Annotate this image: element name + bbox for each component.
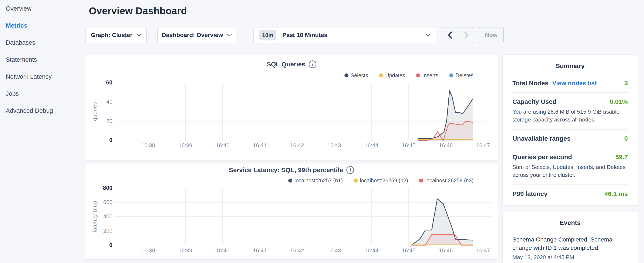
now-button[interactable]: Now [479, 27, 504, 43]
y-axis-tick: 0 [91, 137, 112, 144]
info-icon[interactable]: i [309, 60, 316, 68]
summary-row-p99-latency: P99 latency 46.1 ms [512, 185, 628, 203]
sidebar-item-databases[interactable]: Databases [0, 34, 85, 51]
y-axis-tick: 200 [91, 227, 112, 234]
chart-plot-area[interactable] [115, 188, 491, 246]
chevron-down-icon [227, 34, 232, 37]
legend-item-updates[interactable]: Updates [379, 72, 405, 79]
summary-row-value: 46.1 ms [604, 190, 628, 197]
chart-legend: localhost:26257 (n1)localhost:26259 (n2)… [288, 177, 474, 184]
legend-label: Deletes [456, 72, 474, 79]
legend-label: Selects [350, 72, 368, 79]
x-axis-tick: 16:46 [433, 247, 458, 254]
time-range-badge: 10m [260, 30, 276, 41]
legend-item-localhost-26258-n3[interactable]: localhost:26258 (n3) [419, 177, 474, 184]
x-axis-tick: 16:42 [284, 142, 310, 149]
y-axis-tick: 20 [91, 118, 112, 124]
sidebar-item-jobs[interactable]: Jobs [0, 85, 85, 102]
chart-legend: SelectsUpdatesInsertsDeletes [344, 72, 474, 79]
sidebar-item-statements[interactable]: Statements [0, 51, 85, 68]
chart-title-text: Service Latency: SQL, 99th percentile [229, 166, 343, 174]
legend-item-selects[interactable]: Selects [344, 72, 368, 79]
chart-title: SQL Queries i [85, 60, 498, 68]
summary-row-value: 0 [624, 135, 628, 142]
summary-row-value: 3 [624, 80, 628, 87]
x-axis-tick: 16:44 [359, 142, 384, 149]
summary-row-capacity: Capacity Used 0.01% You are using 28.6 M… [512, 93, 628, 129]
sidebar-item-advanced-debug[interactable]: Advanced Debug [0, 102, 85, 119]
legend-dot [419, 178, 423, 183]
summary-row-label: P99 latency [512, 190, 548, 197]
sidebar-item-metrics[interactable]: Metrics [0, 17, 85, 34]
event-timestamp: May 13, 2020 at 4:45 PM [512, 254, 628, 261]
x-axis-tick: 16:45 [396, 142, 422, 149]
x-axis-tick: 16:46 [433, 142, 458, 149]
legend-label: Updates [385, 72, 405, 79]
summary-row-desc: You are using 28.6 MiB of 515.9 GiB usab… [512, 108, 628, 124]
summary-row-qps: Queries per second 59.7 Sum of Selects, … [512, 148, 628, 184]
x-axis-tick: 16:38 [136, 142, 161, 149]
events-panel: Events Schema Change Completed: Schema c… [502, 211, 638, 263]
time-forward-button[interactable] [458, 28, 474, 43]
legend-item-deletes[interactable]: Deletes [449, 72, 474, 79]
legend-label: localhost:26257 (n1) [294, 177, 343, 184]
graph-dropdown[interactable]: Graph: Cluster [86, 27, 147, 43]
x-axis-tick: 16:41 [247, 247, 272, 254]
chart-title-text: SQL Queries [266, 61, 305, 68]
sidebar-item-network-latency[interactable]: Network Latency [0, 68, 85, 85]
summary-row-label: Unavailable ranges [512, 135, 570, 142]
chevron-left-icon [448, 31, 452, 39]
y-axis-tick: 40 [91, 99, 112, 105]
event-item[interactable]: Schema Change Completed: Schema change w… [512, 235, 628, 261]
legend-item-localhost-26259-n2[interactable]: localhost:26259 (n2) [354, 177, 408, 184]
x-axis-tick: 16:39 [173, 247, 198, 254]
view-nodes-link[interactable]: View nodes list [552, 80, 596, 87]
dashboard-dropdown[interactable]: Dashboard: Overview [157, 27, 236, 43]
dashboard-dropdown-label: Dashboard: Overview [162, 32, 223, 39]
summary-row-total-nodes: Total Nodes View nodes list 3 [512, 74, 628, 92]
y-axis-tick: 800 [91, 185, 112, 191]
time-range-label: Past 10 Minutes [282, 32, 425, 39]
time-range-dropdown[interactable]: 10m Past 10 Minutes [254, 27, 436, 43]
info-icon[interactable]: i [346, 166, 354, 174]
page-title: Overview Dashboard [89, 5, 187, 17]
legend-dot [344, 73, 348, 78]
legend-item-localhost-26257-n1[interactable]: localhost:26257 (n1) [288, 177, 343, 184]
x-axis-tick: 16:43 [322, 142, 347, 149]
summary-panel: Summary Total Nodes View nodes list 3 Ca… [502, 55, 638, 205]
chart-title: Service Latency: SQL, 99th percentile i [85, 166, 498, 174]
chevron-down-icon [425, 34, 430, 37]
legend-dot [379, 73, 383, 78]
legend-dot [449, 73, 453, 78]
y-axis-tick: 600 [91, 199, 112, 205]
summary-row-label: Queries per second [512, 153, 572, 161]
legend-dot [288, 178, 292, 183]
x-axis-tick: 16:40 [210, 247, 235, 254]
time-step-buttons [442, 27, 474, 43]
summary-row-desc: Sum of Selects, Updates, Inserts, and De… [512, 163, 628, 179]
event-text: Schema Change Completed: Schema change w… [512, 235, 628, 252]
x-axis-tick: 16:47 [470, 247, 496, 254]
summary-row-unavailable-ranges: Unavailable ranges 0 [512, 130, 628, 148]
x-axis-tick: 16:44 [359, 247, 384, 254]
sidebar: Overview Metrics Databases Statements Ne… [0, 0, 85, 263]
sidebar-item-overview[interactable]: Overview [0, 0, 85, 17]
x-axis-tick: 16:43 [322, 247, 347, 254]
legend-label: localhost:26258 (n3) [425, 177, 474, 184]
toolbar-divider [247, 27, 247, 43]
x-axis-tick: 16:41 [247, 142, 272, 149]
x-axis-tick: 16:45 [396, 247, 422, 254]
summary-row-value: 59.7 [616, 153, 628, 161]
graph-dropdown-label: Graph: Cluster [91, 32, 132, 39]
legend-item-inserts[interactable]: Inserts [416, 72, 438, 79]
x-axis-tick: 16:38 [136, 247, 161, 254]
service-latency-chart-card: Service Latency: SQL, 99th percentile i … [85, 164, 498, 259]
legend-dot [354, 178, 358, 183]
legend-dot [416, 73, 420, 78]
x-axis-tick: 16:40 [210, 142, 235, 149]
summary-row-label: Capacity Used [512, 98, 556, 105]
time-back-button[interactable] [442, 28, 458, 43]
y-axis-tick: 0 [91, 242, 112, 248]
summary-row-value: 0.01% [610, 98, 628, 105]
chart-plot-area[interactable] [115, 83, 491, 141]
